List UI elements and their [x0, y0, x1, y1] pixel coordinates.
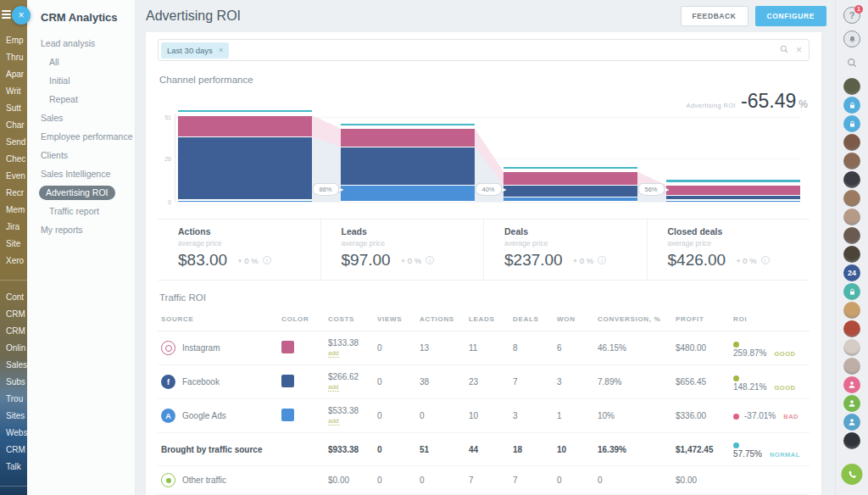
column-header-deals[interactable]: DEALS: [509, 306, 554, 331]
user-avatar[interactable]: [843, 432, 860, 449]
background-menu-item[interactable]: Talk: [0, 459, 27, 476]
user-avatar[interactable]: [843, 78, 860, 95]
column-header-actions[interactable]: ACTIONS: [416, 306, 465, 331]
funnel-bar-segment[interactable]: [178, 201, 312, 202]
overlay-close-button[interactable]: ×: [12, 6, 31, 25]
column-header-won[interactable]: WON: [554, 306, 594, 331]
funnel-bar-segment[interactable]: [341, 186, 475, 201]
column-header-leads[interactable]: LEADS: [465, 306, 509, 331]
background-menu-item[interactable]: CRM: [0, 323, 27, 340]
filter-bar[interactable]: Last 30 days × ×: [158, 39, 810, 61]
column-header-source[interactable]: SOURCE: [158, 306, 278, 331]
sidebar-item-traffic-report[interactable]: Traffic report: [27, 202, 135, 220]
user-avatar[interactable]: [843, 190, 860, 207]
table-row-brought-by-traffic-source[interactable]: Brought by traffic source $933.38 0 51 4…: [158, 433, 810, 466]
phone-button[interactable]: [842, 464, 863, 485]
sidebar-item-lead-analysis[interactable]: Lead analysis: [27, 34, 135, 53]
table-row-facebook[interactable]: fFacebook $266.62add 0 38 23 7 3 7.89% $…: [158, 365, 810, 399]
background-menu-item[interactable]: Sales: [0, 357, 27, 374]
sidebar-item-sales[interactable]: Sales: [27, 108, 135, 127]
user-avatar[interactable]: [843, 320, 860, 337]
funnel-bar-segment[interactable]: [504, 172, 637, 184]
funnel-bar-segment[interactable]: [666, 201, 800, 202]
background-menu-item[interactable]: Subs: [0, 374, 27, 391]
sidebar-item-initial[interactable]: Initial: [27, 71, 135, 90]
background-menu-item[interactable]: Jira: [0, 219, 27, 236]
user-avatar[interactable]: [843, 171, 860, 188]
background-menu-item[interactable]: Apar: [0, 66, 27, 83]
funnel-bar-segment[interactable]: [504, 197, 637, 202]
background-menu-item[interactable]: Sites: [0, 408, 27, 425]
column-header-views[interactable]: VIEWS: [374, 306, 416, 331]
costs-add-link[interactable]: add: [328, 349, 339, 358]
column-header-color[interactable]: COLOR: [278, 306, 325, 331]
background-menu-item[interactable]: Webs: [0, 425, 27, 442]
info-icon[interactable]: i: [761, 256, 770, 264]
filter-clear-icon[interactable]: ×: [796, 44, 802, 56]
funnel-bar-segment[interactable]: [666, 186, 800, 195]
lock-avatar[interactable]: [843, 115, 860, 132]
background-menu-item[interactable]: Site: [0, 236, 27, 253]
date-filter-chip[interactable]: Last 30 days ×: [161, 42, 229, 58]
toolbar-search-icon[interactable]: [843, 54, 860, 71]
table-row-other-traffic[interactable]: Other traffic $0.00 0 0 7 7 0 0 $0.00: [158, 466, 810, 495]
background-menu-item[interactable]: Cont: [0, 289, 27, 306]
sidebar-item-repeat[interactable]: Repeat: [27, 90, 135, 108]
chip-remove-icon[interactable]: ×: [219, 46, 223, 54]
background-menu-item[interactable]: Thru: [0, 49, 27, 66]
feedback-button[interactable]: FEEDBACK: [681, 6, 748, 26]
info-icon[interactable]: i: [263, 256, 271, 264]
sidebar-item-advertising-roi[interactable]: Advertising ROI: [27, 183, 135, 202]
sidebar-item-employee-performance[interactable]: Employee performance: [27, 127, 135, 146]
background-menu-item[interactable]: Char: [0, 117, 27, 134]
configure-button[interactable]: CONFIGURE: [755, 6, 826, 26]
background-menu-item[interactable]: Xero: [0, 253, 27, 270]
user-avatar[interactable]: [843, 227, 860, 244]
help-icon[interactable]: ?1: [843, 7, 860, 24]
table-row-google-ads[interactable]: AGoogle Ads $533.38add 0 0 10 3 1 10% $3…: [158, 399, 810, 433]
lock-avatar[interactable]: [843, 97, 860, 114]
table-row-instagram[interactable]: Instagram $133.38add 0 13 11 8 6 46.15% …: [158, 331, 810, 365]
color-swatch[interactable]: [281, 375, 294, 387]
funnel-bar-segment[interactable]: [666, 196, 800, 200]
background-menu-item[interactable]: Writ: [0, 83, 27, 100]
sidebar-item-clients[interactable]: Clients: [27, 146, 135, 164]
costs-add-link[interactable]: add: [328, 383, 339, 392]
info-icon[interactable]: i: [426, 256, 434, 264]
funnel-bar-segment[interactable]: [341, 147, 475, 185]
user-avatar[interactable]: [843, 134, 860, 151]
background-menu-item[interactable]: Sutt: [0, 100, 27, 117]
filter-search-icon[interactable]: [779, 42, 789, 58]
sidebar-item-sales-intelligence[interactable]: Sales Intelligence: [27, 164, 135, 183]
funnel-bar-segment[interactable]: [341, 129, 475, 146]
background-menu-item[interactable]: CRM: [0, 442, 27, 459]
bell-icon[interactable]: [843, 31, 860, 47]
user-avatar[interactable]: [843, 246, 860, 263]
person-avatar[interactable]: [843, 414, 860, 431]
background-menu-item[interactable]: CRM: [0, 306, 27, 323]
costs-add-link[interactable]: add: [328, 417, 339, 425]
background-menu-item[interactable]: Recr: [0, 185, 27, 202]
background-menu-item[interactable]: Even: [0, 168, 27, 185]
funnel-bar-segment[interactable]: [504, 186, 637, 197]
sidebar-item-my-reports[interactable]: My reports: [27, 220, 135, 239]
user-avatar[interactable]: [843, 153, 860, 170]
user-avatar[interactable]: [843, 302, 860, 319]
background-menu-item[interactable]: Send: [0, 134, 27, 151]
color-swatch[interactable]: [281, 341, 294, 353]
counter-avatar[interactable]: 24: [843, 264, 860, 281]
lock-avatar[interactable]: [843, 283, 860, 300]
background-menu-item[interactable]: Onlin: [0, 340, 27, 357]
sidebar-item-all[interactable]: All: [27, 53, 135, 71]
hamburger-menu-icon[interactable]: [2, 10, 12, 20]
info-icon[interactable]: i: [598, 256, 606, 264]
column-header-costs[interactable]: COSTS: [325, 306, 374, 331]
person-avatar[interactable]: [843, 395, 860, 412]
background-menu-item[interactable]: Emp: [0, 32, 27, 49]
user-avatar[interactable]: [843, 358, 860, 375]
color-swatch[interactable]: [281, 409, 294, 421]
background-menu-item[interactable]: Trou: [0, 391, 27, 408]
column-header-roi[interactable]: ROI: [730, 306, 810, 331]
funnel-bar-segment[interactable]: [178, 137, 312, 199]
person-avatar[interactable]: [843, 376, 860, 393]
